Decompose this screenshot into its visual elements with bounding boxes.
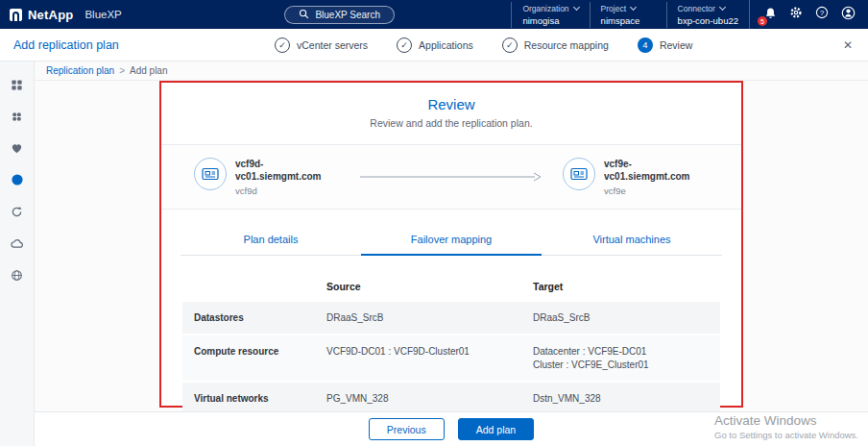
close-icon[interactable]: ✕ xyxy=(843,38,868,52)
step-complete-icon: ✓ xyxy=(397,37,412,53)
vcenter-server-icon xyxy=(563,158,595,190)
step-number: 4 xyxy=(638,37,653,53)
target-value: Dstn_VMN_328 xyxy=(533,393,720,404)
app-window: NetApp BlueXP BlueXP Search Organization… xyxy=(0,0,868,446)
tab-failover-mapping[interactable]: Failover mapping xyxy=(361,227,542,256)
breadcrumb-separator: > xyxy=(119,65,125,76)
step-complete-icon: ✓ xyxy=(275,37,290,53)
source-value: VCF9D-DC01 : VCF9D-Cluster01 xyxy=(326,346,533,357)
table-header-row: Source Target xyxy=(182,271,720,300)
review-tabs: Plan details Failover mapping Virtual ma… xyxy=(181,227,722,256)
search-wrap: BlueXP Search xyxy=(168,6,511,24)
wizard-footer: Previous Add plan xyxy=(35,411,868,446)
notification-badge: 5 xyxy=(758,16,767,26)
table-row-datastores: Datastores DRaaS_SrcB DRaaS_SrcB xyxy=(182,302,720,334)
health-icon[interactable] xyxy=(10,140,25,156)
step-vcenter-servers[interactable]: ✓ vCenter servers xyxy=(275,37,368,53)
wizard-header: Add replication plan ✓ vCenter servers ✓… xyxy=(0,29,868,62)
chevron-down-icon xyxy=(573,4,580,11)
connector-value: bxp-con-ubu22 xyxy=(678,15,738,26)
content-area: Replication plan > Add plan Review Revie… xyxy=(35,62,868,446)
brand: NetApp BlueXP xyxy=(0,8,168,22)
step-resource-mapping[interactable]: ✓ Resource mapping xyxy=(502,37,609,53)
vcenter-mapping-band: vcf9d-vc01.siemgmt.com vcf9d vcf9e-vc01.… xyxy=(161,144,741,210)
source-vcenter-id: vcf9d xyxy=(235,186,326,196)
left-nav xyxy=(0,62,35,446)
search-icon xyxy=(299,9,309,21)
notifications-button[interactable]: 5 xyxy=(762,7,778,22)
review-panel: Review Review and add the replication pl… xyxy=(159,81,743,408)
connector-label: Connector xyxy=(678,4,715,13)
step-review[interactable]: 4 Review xyxy=(638,37,692,53)
governance-icon[interactable] xyxy=(10,267,25,283)
target-vcenter: vcf9e-vc01.siemgmt.com vcf9e xyxy=(563,158,709,196)
review-subtitle: Review and add the replication plan. xyxy=(161,117,741,129)
step-applications[interactable]: ✓ Applications xyxy=(397,37,473,53)
project-label: Project xyxy=(601,4,626,13)
step-complete-icon: ✓ xyxy=(502,37,518,53)
apps-icon[interactable] xyxy=(10,109,25,124)
breadcrumb-replication-plan[interactable]: Replication plan xyxy=(46,65,114,76)
product-name: BlueXP xyxy=(84,9,121,20)
bluexp-search-button[interactable]: BlueXP Search xyxy=(284,6,395,24)
step-label: vCenter servers xyxy=(297,39,368,51)
row-label: Virtual networks xyxy=(182,393,326,404)
cloud-icon[interactable] xyxy=(10,235,25,251)
source-value: DRaaS_SrcB xyxy=(326,312,533,323)
chevron-down-icon xyxy=(719,4,726,11)
add-plan-button[interactable]: Add plan xyxy=(458,418,534,440)
organization-menu[interactable]: Organization nimogisa xyxy=(511,2,589,28)
breadcrumb: Replication plan > Add plan xyxy=(35,62,868,81)
column-header-source: Source xyxy=(326,281,533,292)
canvas-icon[interactable] xyxy=(10,77,25,92)
step-label: Resource mapping xyxy=(524,39,609,51)
target-vcenter-name: vcf9e-vc01.siemgmt.com xyxy=(604,158,695,183)
target-value-2: Cluster : VCF9E_Cluster01 xyxy=(533,359,720,370)
project-menu[interactable]: Project nimspace xyxy=(590,2,666,28)
breadcrumb-current: Add plan xyxy=(130,65,167,76)
column-header-target: Target xyxy=(533,281,720,292)
svg-text:?: ? xyxy=(820,9,825,17)
gear-icon xyxy=(789,6,803,23)
connector-menu[interactable]: Connector bxp-con-ubu22 xyxy=(666,2,749,28)
tab-virtual-machines[interactable]: Virtual machines xyxy=(542,227,722,255)
table-row-compute-resource: Compute resource VCF9D-DC01 : VCF9D-Clus… xyxy=(182,335,720,381)
target-value: Datacenter : VCF9E-DC01 xyxy=(533,346,720,357)
help-icon: ? xyxy=(815,6,829,23)
step-label: Applications xyxy=(419,39,473,51)
review-title: Review xyxy=(161,96,741,112)
source-value: PG_VMN_328 xyxy=(326,393,533,404)
page-title: Add replication plan xyxy=(0,38,240,52)
top-icon-cluster: 5 ? xyxy=(749,0,868,29)
row-label: Datastores xyxy=(182,312,326,323)
previous-button[interactable]: Previous xyxy=(369,418,445,440)
row-label: Compute resource xyxy=(182,346,326,357)
chevron-down-icon xyxy=(630,4,637,11)
target-value: DRaaS_SrcB xyxy=(533,312,720,323)
sync-icon[interactable] xyxy=(10,204,25,219)
top-bar: NetApp BlueXP BlueXP Search Organization… xyxy=(0,0,868,29)
source-vcenter: vcf9d-vc01.siemgmt.com vcf9d xyxy=(194,158,340,196)
body: Replication plan > Add plan Review Revie… xyxy=(0,62,868,446)
settings-button[interactable] xyxy=(788,7,804,22)
target-vcenter-id: vcf9e xyxy=(604,186,695,196)
search-label: BlueXP Search xyxy=(315,10,380,20)
table-row-virtual-networks: Virtual networks PG_VMN_328 Dstn_VMN_328 xyxy=(182,383,720,414)
organization-label: Organization xyxy=(522,4,568,13)
mapping-arrow-icon xyxy=(340,171,563,183)
brand-name: NetApp xyxy=(28,8,73,22)
failover-mapping-table: Source Target Datastores DRaaS_SrcB DRaa… xyxy=(182,271,720,414)
replication-icon[interactable] xyxy=(10,172,25,187)
wizard-steps: ✓ vCenter servers ✓ Applications ✓ Resou… xyxy=(240,37,692,53)
user-icon xyxy=(841,6,856,24)
step-label: Review xyxy=(660,39,692,51)
help-button[interactable]: ? xyxy=(814,7,830,22)
tab-plan-details[interactable]: Plan details xyxy=(181,227,361,255)
account-button[interactable] xyxy=(840,7,856,22)
source-vcenter-name: vcf9d-vc01.siemgmt.com xyxy=(235,158,326,183)
vcenter-server-icon xyxy=(194,158,227,190)
netapp-logo-icon xyxy=(10,9,22,21)
top-menus: Organization nimogisa Project nimspace C… xyxy=(511,2,749,28)
organization-value: nimogisa xyxy=(522,15,578,26)
project-value: nimspace xyxy=(601,15,656,26)
